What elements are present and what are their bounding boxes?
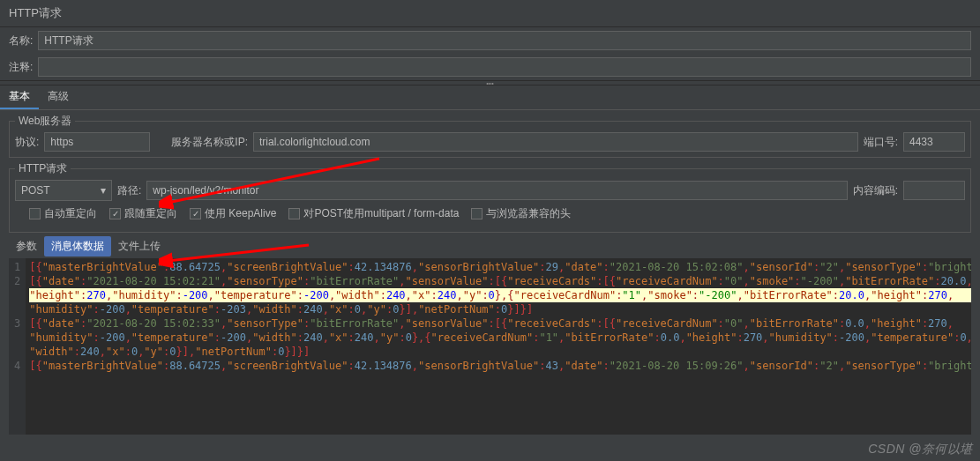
name-row: 名称: — [0, 27, 980, 54]
server-input[interactable] — [253, 132, 858, 152]
checkbox-box-icon: ✓ — [109, 208, 121, 219]
port-label: 端口号: — [864, 135, 898, 150]
httpreq-group: HTTP请求 POST ▾ 路径: 内容编码: 自动重定向✓跟随重定向✓使用 K… — [9, 161, 971, 233]
line-number: 1 — [14, 260, 20, 274]
line-number — [14, 288, 20, 302]
checkbox-box-icon — [288, 208, 300, 219]
comment-label: 注释: — [9, 60, 33, 75]
port-input[interactable] — [903, 132, 965, 152]
tab-基本[interactable]: 基本 — [0, 86, 39, 109]
code-line[interactable]: "humidity":-200,"temperature":-200,"widt… — [29, 331, 971, 345]
body-subtabs: 参数消息体数据文件上传 — [0, 234, 980, 258]
checkbox-label: 与浏览器兼容的头 — [486, 206, 571, 221]
checkbox-box-icon — [471, 208, 483, 219]
panel-title: HTTP请求 — [0, 0, 980, 27]
code-editor[interactable]: 12 3 4 [{"masterBrightValue":88.64725,"s… — [9, 258, 971, 435]
code-line[interactable]: "height":270,"humidity":-200,"temperatur… — [29, 288, 971, 302]
checkbox-对POST使用multipart / form-data[interactable]: 对POST使用multipart / form-data — [288, 206, 459, 221]
method-value: POST — [21, 184, 50, 197]
protocol-label: 协议: — [15, 135, 39, 150]
encoding-label: 内容编码: — [853, 183, 898, 198]
checkbox-与浏览器兼容的头[interactable]: 与浏览器兼容的头 — [471, 206, 571, 221]
code-line[interactable]: [{"masterBrightValue":88.64725,"screenBr… — [29, 359, 971, 373]
encoding-input[interactable] — [903, 181, 965, 200]
line-number — [14, 331, 20, 345]
name-label: 名称: — [9, 33, 33, 48]
tab-高级[interactable]: 高级 — [39, 86, 78, 109]
gutter: 12 3 4 — [9, 258, 26, 435]
checkbox-label: 对POST使用multipart / form-data — [303, 206, 459, 221]
line-number — [14, 345, 20, 359]
checkbox-跟随重定向[interactable]: ✓跟随重定向 — [109, 206, 177, 221]
protocol-input[interactable] — [44, 132, 150, 152]
httpreq-legend: HTTP请求 — [15, 161, 71, 176]
comment-row: 注释: — [0, 54, 980, 80]
server-label: 服务器名称或IP: — [171, 135, 248, 150]
watermark: CSDN @奈何以堪 — [868, 442, 973, 457]
main-tabs: 基本高级 — [0, 86, 980, 110]
comment-input[interactable] — [38, 57, 971, 77]
checkbox-row: 自动重定向✓跟随重定向✓使用 KeepAlive对POST使用multipart… — [15, 201, 965, 227]
subtab-消息体数据[interactable]: 消息体数据 — [44, 236, 111, 257]
checkbox-box-icon — [29, 208, 41, 219]
path-label: 路径: — [117, 183, 141, 198]
chevron-down-icon: ▾ — [101, 184, 106, 197]
checkbox-label: 跟随重定向 — [124, 206, 177, 221]
checkbox-label: 自动重定向 — [44, 206, 97, 221]
subtab-参数[interactable]: 参数 — [9, 236, 44, 257]
line-number: 2 — [14, 274, 20, 288]
code-line[interactable]: [{"masterBrightValue":88.64725,"screenBr… — [29, 260, 971, 274]
code-lines[interactable]: [{"masterBrightValue":88.64725,"screenBr… — [26, 258, 971, 435]
line-number — [14, 302, 20, 316]
code-line[interactable]: [{"date":"2021-08-20 15:02:21","sensorTy… — [29, 274, 971, 288]
name-input[interactable] — [38, 31, 971, 50]
checkbox-使用 KeepAlive[interactable]: ✓使用 KeepAlive — [190, 206, 276, 221]
method-select[interactable]: POST ▾ — [15, 180, 112, 201]
path-input[interactable] — [146, 181, 847, 200]
checkbox-box-icon: ✓ — [190, 208, 201, 219]
webserver-group: Web服务器 协议: 服务器名称或IP: 端口号: — [9, 114, 971, 158]
line-number: 4 — [14, 359, 20, 373]
webserver-legend: Web服务器 — [15, 114, 75, 129]
checkbox-label: 使用 KeepAlive — [205, 206, 276, 221]
code-line[interactable]: "humidity":-200,"temperature":-203,"widt… — [29, 302, 971, 316]
checkbox-自动重定向[interactable]: 自动重定向 — [29, 206, 97, 221]
line-number: 3 — [14, 316, 20, 331]
code-line[interactable]: [{"date":"2021-08-20 15:02:33","sensorTy… — [29, 316, 971, 331]
subtab-文件上传[interactable]: 文件上传 — [111, 236, 168, 257]
code-line[interactable]: "width":240,"x":0,"y":0}],"netPortNum":0… — [29, 345, 971, 359]
